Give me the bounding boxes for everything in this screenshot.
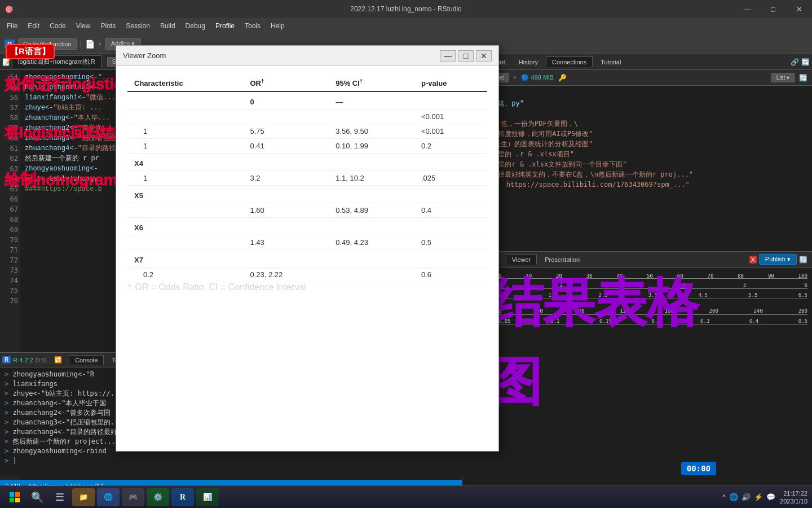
table-row: 1.60 0.53, 4.89 0.4 — [127, 203, 487, 218]
viewer-panel: 📤 Export Viewer Presentation X Publish ▾… — [462, 252, 812, 492]
menu-session[interactable]: Session — [121, 20, 155, 32]
taskbar-right: ^ 🌐 🔊 ⚡ 💬 21:17:22 2023/1/10 — [722, 489, 807, 505]
tab-tutorial[interactable]: Tutorial — [595, 57, 626, 67]
dialog-maximize[interactable]: □ — [458, 50, 474, 62]
taskbar-search[interactable]: 🔍 — [27, 488, 47, 506]
ruler-total: TotalPoints 04080120160200240280 — [467, 307, 807, 316]
list-button[interactable]: List ▾ — [771, 73, 795, 82]
table-row: 1.43 0.49, 4.23 0.5 — [127, 235, 487, 250]
table-row: 0 — — [127, 91, 487, 110]
env-var-9: "目录的路径最好纯英文的，不要在C盘，\n然后新建一个新的r proj..." — [467, 169, 807, 179]
viewer-icon1: X — [749, 256, 757, 264]
env-icon4: 🔑 — [558, 74, 567, 82]
taskbar-taskview[interactable]: ☰ — [50, 488, 70, 506]
table-row: 1 5.75 3.56, 9.50 <0.001 — [127, 124, 487, 139]
env-icon1: 🔗 — [791, 58, 799, 66]
titlebar: 🎯 2022.12.17 luzhi log_nomo - RStudio — … — [0, 0, 812, 18]
ruler-x5: X5 0.51.52.53.54.55.56.5 — [467, 291, 807, 300]
menu-help[interactable]: Help — [266, 20, 289, 32]
table-row: <0.001 — [127, 110, 487, 124]
taskbar-app-rstudio[interactable]: R — [171, 488, 194, 506]
tab-connections[interactable]: Connections — [546, 56, 593, 67]
env-separator: ▾ — [513, 74, 517, 81]
menu-profile[interactable]: Profile — [211, 20, 239, 32]
taskbar-app-chrome[interactable]: 🌐 — [97, 488, 120, 506]
tray-icon-volume[interactable]: 🔊 — [742, 493, 751, 501]
dialog-title: Viewer Zoom — [123, 51, 440, 60]
menu-edit[interactable]: Edit — [23, 20, 44, 32]
dialog-minimize[interactable]: — — [440, 50, 456, 62]
title-text: 2022.12.17 luzhi log_nomo - RStudio — [350, 5, 461, 13]
taskbar-app-files[interactable]: 📁 — [72, 488, 95, 506]
menu-plots[interactable]: Plots — [96, 20, 121, 32]
svg-rect-2 — [10, 498, 14, 502]
environment-tabs: Environment History Connections Tutorial… — [462, 54, 812, 70]
viewer-content: 0102030405060708090100 X4 123456 — [462, 268, 812, 492]
dialog-close[interactable]: ✕ — [476, 50, 492, 62]
toolbar-separator: | — [80, 40, 82, 48]
timer-badge: 00:00 — [681, 462, 716, 475]
env-var-10: "b站主页： https://space.bilibili.com/176343… — [467, 179, 807, 190]
tab-console[interactable]: Console — [69, 355, 104, 365]
editor-tab-active[interactable]: logistic回归+nomogram图.R — [12, 55, 102, 68]
taskbar-clock: 21:17:22 2023/1/10 — [780, 489, 807, 505]
goto-file-label: Go to file/function — [23, 41, 72, 47]
env-var-3: "x1" — [467, 108, 807, 119]
ruler-points: 0102030405060708090100 — [467, 271, 807, 280]
menu-code[interactable]: Code — [45, 20, 70, 32]
menu-build[interactable]: Build — [156, 20, 180, 32]
env-var-2: "多，是、这、py" — [467, 98, 807, 108]
table-row: 0.2 0.23, 2.22 0.6 — [127, 268, 487, 282]
col-characteristic: Characteristic — [127, 75, 243, 91]
menu-tools[interactable]: Tools — [240, 20, 265, 32]
menubar: File Edit Code View Plots Session Build … — [0, 18, 812, 34]
goto-file-button[interactable]: Go to file/function — [18, 38, 77, 50]
svg-rect-1 — [15, 492, 20, 497]
tray-icon-arrow[interactable]: ^ — [722, 493, 726, 501]
env-var-6: "，1285医生）的图表统计的分析及经图" — [467, 139, 807, 149]
env-var-1: "x4" — [467, 88, 807, 98]
menu-file[interactable]: File — [2, 20, 22, 32]
dialog-controls[interactable]: — □ ✕ — [440, 50, 492, 62]
start-button[interactable] — [5, 488, 25, 506]
editor-tab-label: logistic回归+nomogram图.R — [18, 58, 95, 65]
table-row: 1 3.2 1.1, 10.2 .025 — [127, 171, 487, 186]
r-version-badge: R R 4.2.2 D:/2... 🔁 — [2, 356, 62, 364]
tray-icon-network[interactable]: 🌐 — [729, 493, 738, 501]
r-icon: R — [5, 40, 15, 49]
timer-display: 00:00 — [687, 464, 710, 473]
tab-history[interactable]: History — [513, 57, 544, 67]
memory-display: 🔵 498 MiB — [521, 74, 553, 81]
menu-view[interactable]: View — [72, 20, 95, 32]
taskbar-app-steam[interactable]: 🎮 — [122, 488, 144, 506]
table-footnote: † OR = Odds Ratio, CI = Confidence Inter… — [127, 282, 487, 292]
taskbar-app-excel[interactable]: 📊 — [196, 488, 219, 506]
table-row: 1 0.41 0.10, 1.99 0.2 — [127, 139, 487, 154]
env-var-7: "，选择包里的 .r & .xlsx项目" — [467, 149, 807, 159]
taskbar-date-display: 2023/1/10 — [780, 497, 807, 505]
env-refresh[interactable]: 🔄 — [799, 74, 807, 82]
viewer-zoom-dialog: Viewer Zoom — □ ✕ Characteristic OR† 95%… — [116, 45, 499, 452]
window-controls[interactable]: — □ ✕ — [734, 0, 812, 18]
maximize-button[interactable]: □ — [760, 0, 786, 18]
ruler-x4: X4 123456 — [467, 281, 807, 290]
env-icon2: 🔄 — [801, 58, 810, 66]
table-row: X5 — [127, 186, 487, 203]
table-row: X4 — [127, 154, 487, 171]
environment-content: "x4" "多，是、这、py" "x1" 能距，一。也，一份为PDF矢量图，\ … — [462, 86, 812, 251]
viewer-refresh[interactable]: 🔄 — [799, 256, 807, 264]
r-file-icon: 📝 — [2, 58, 11, 66]
taskbar-app-settings[interactable]: ⚙️ — [147, 488, 169, 506]
minimize-button[interactable]: — — [734, 0, 760, 18]
menu-debug[interactable]: Debug — [181, 20, 210, 32]
nomogram-area: 0102030405060708090100 X4 123456 — [462, 268, 812, 330]
dialog-body: Characteristic OR† 95% CI† p-value 0 — — [116, 66, 498, 451]
publish-button[interactable]: Publish ▾ — [759, 254, 797, 265]
col-ci: 95% CI† — [329, 75, 414, 91]
tray-icon-battery[interactable]: ⚡ — [754, 493, 763, 501]
col-or: OR† — [243, 75, 329, 91]
tab-viewer[interactable]: Viewer — [506, 254, 537, 265]
tab-presentation[interactable]: Presentation — [539, 255, 585, 265]
close-button[interactable]: ✕ — [786, 0, 812, 18]
tray-icon-notification[interactable]: 💬 — [766, 493, 775, 501]
